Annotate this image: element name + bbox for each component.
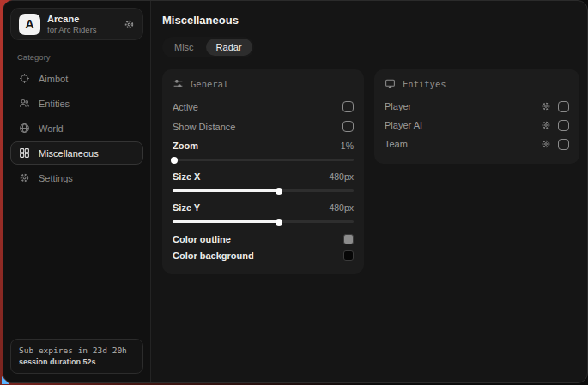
session-duration-text: session duration 52s xyxy=(19,358,135,366)
monitor-icon xyxy=(385,78,396,89)
tab-misc[interactable]: Misc xyxy=(164,39,204,56)
sub-expiry-text: Sub expires in 23d 20h xyxy=(19,346,135,355)
setting-row-active: Active xyxy=(173,97,354,117)
sidebar-item-entities[interactable]: Entities xyxy=(10,92,143,115)
gear-icon[interactable] xyxy=(541,101,551,111)
setting-label: Color outline xyxy=(173,234,231,244)
panel-title: Entityes xyxy=(403,79,446,89)
sidebar-nav: Aimbot Entities World xyxy=(3,67,150,189)
setting-row-color-background: Color background xyxy=(173,247,354,263)
gear-icon[interactable] xyxy=(541,139,551,149)
size-x-slider[interactable] xyxy=(173,189,354,192)
grid-icon xyxy=(19,147,30,159)
gear-icon xyxy=(19,172,30,183)
color-outline-swatch[interactable] xyxy=(343,234,354,244)
sidebar-item-label: Entities xyxy=(39,99,70,109)
sliders-icon xyxy=(173,78,184,89)
tab-radar[interactable]: Radar xyxy=(206,39,252,56)
main-content: Miscellaneous Misc Radar General xyxy=(151,1,588,382)
active-checkbox[interactable] xyxy=(342,101,354,112)
zoom-slider[interactable] xyxy=(173,159,354,161)
setting-label: Color background xyxy=(173,250,254,261)
globe-icon xyxy=(19,123,30,134)
slider-value: 480px xyxy=(329,202,354,213)
panel-title: General xyxy=(191,79,228,89)
setting-row-color-outline: Color outline xyxy=(173,231,354,247)
team-checkbox[interactable] xyxy=(558,139,569,150)
entity-label: Player xyxy=(385,101,541,111)
sidebar: A Arcane for Arc Riders Category xyxy=(3,1,151,382)
setting-label: Size X xyxy=(173,171,200,182)
category-label: Category xyxy=(17,52,150,62)
setting-row-size-x: Size X 480px xyxy=(173,169,354,192)
logo-card: A Arcane for Arc Riders xyxy=(10,8,143,40)
setting-row-size-y: Size Y 480px xyxy=(173,200,354,223)
sidebar-item-label: Aimbot xyxy=(39,74,68,84)
color-background-swatch[interactable] xyxy=(343,250,354,261)
entity-label: Player AI xyxy=(385,120,541,130)
app-name: Arcane xyxy=(47,14,117,25)
crosshair-icon xyxy=(19,73,30,84)
sidebar-item-label: World xyxy=(39,123,64,134)
page-title: Miscellaneous xyxy=(162,14,579,27)
setting-label: Show Distance xyxy=(173,122,235,132)
entity-row-team: Team xyxy=(385,135,569,153)
entity-row-player: Player xyxy=(385,97,569,116)
gear-icon[interactable] xyxy=(541,120,551,130)
app-logo: A xyxy=(19,14,40,35)
player-ai-checkbox[interactable] xyxy=(558,120,569,131)
slider-value: 480px xyxy=(329,171,354,182)
app-subtitle: for Arc Riders xyxy=(47,25,117,34)
sidebar-item-settings[interactable]: Settings xyxy=(10,166,143,189)
sidebar-item-world[interactable]: World xyxy=(10,117,143,140)
entity-row-player-ai: Player AI xyxy=(385,116,569,135)
player-checkbox[interactable] xyxy=(558,101,569,112)
setting-label: Size Y xyxy=(173,202,200,213)
tab-bar: Misc Radar xyxy=(162,37,254,57)
subscription-info: Sub expires in 23d 20h session duration … xyxy=(10,339,143,374)
entity-label: Team xyxy=(385,139,541,149)
sidebar-item-miscellaneous[interactable]: Miscellaneous xyxy=(10,141,143,165)
setting-label: Zoom xyxy=(173,141,198,151)
slider-thumb[interactable] xyxy=(276,188,282,195)
gear-icon[interactable] xyxy=(124,19,135,30)
entities-panel: Entityes Player Pl xyxy=(374,69,579,164)
general-panel: General Active Show Distance Zoom 1% xyxy=(162,69,364,274)
users-icon xyxy=(19,98,30,109)
setting-row-show-distance: Show Distance xyxy=(173,117,354,136)
sidebar-item-aimbot[interactable]: Aimbot xyxy=(10,67,143,90)
setting-label: Active xyxy=(173,102,198,112)
slider-thumb[interactable] xyxy=(171,157,178,164)
app-window: A Arcane for Arc Riders Category xyxy=(3,0,588,383)
sidebar-item-label: Settings xyxy=(39,173,73,183)
slider-value: 1% xyxy=(341,141,354,151)
show-distance-checkbox[interactable] xyxy=(342,121,354,132)
setting-row-zoom: Zoom 1% xyxy=(173,138,354,161)
size-y-slider[interactable] xyxy=(173,220,354,223)
slider-thumb[interactable] xyxy=(276,219,282,226)
sidebar-item-label: Miscellaneous xyxy=(39,148,99,159)
